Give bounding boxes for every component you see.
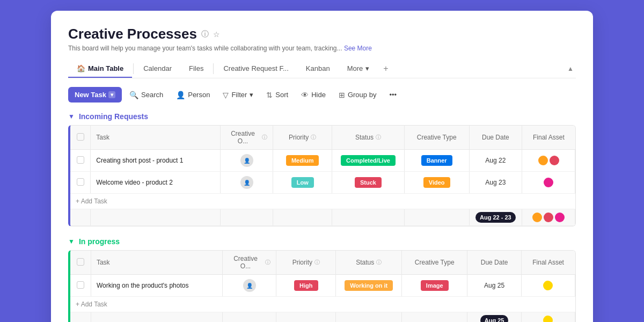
col-priority-info-icon[interactable]: ⓘ bbox=[311, 134, 316, 141]
incoming-add-task-button[interactable]: + Add Task bbox=[70, 194, 575, 209]
row1-task-name[interactable]: Creating short post - product 1 bbox=[91, 150, 220, 172]
incoming-add-task-row: + Add Task bbox=[70, 194, 575, 209]
incoming-table: Task Creative O...ⓘ Priorityⓘ Statusⓘ Cr bbox=[70, 126, 575, 226]
summary-asset-red bbox=[544, 213, 553, 222]
ip-row1-asset-icons bbox=[527, 281, 569, 290]
row1-creative-type: Banner bbox=[404, 150, 469, 172]
ip-col-status: Statusⓘ bbox=[336, 251, 402, 275]
hide-button[interactable]: 👁 Hide bbox=[296, 87, 331, 103]
tab-calendar[interactable]: Calendar bbox=[135, 60, 180, 78]
new-task-button[interactable]: New Task ▾ bbox=[68, 87, 122, 103]
tab-more[interactable]: More ▾ bbox=[339, 60, 378, 78]
incoming-table-header: Task Creative O...ⓘ Priorityⓘ Statusⓘ Cr bbox=[70, 126, 575, 150]
incoming-section-header: ▼ Incoming Requests bbox=[68, 112, 576, 121]
hide-icon: 👁 bbox=[301, 91, 309, 99]
row2-creative-type: Video bbox=[404, 172, 469, 194]
table-row: Welcome video - product 2 👤 Low Stuck Vi… bbox=[70, 172, 575, 194]
inprogress-table-header: Task Creative O...ⓘ Priorityⓘ Statusⓘ Cr bbox=[70, 251, 575, 275]
row1-creative-type-badge[interactable]: Banner bbox=[421, 155, 452, 166]
ip-header-checkbox-box[interactable] bbox=[77, 258, 84, 266]
col-final-asset: Final Asset bbox=[522, 126, 575, 150]
row1-checkbox-cell[interactable] bbox=[70, 150, 91, 172]
tab-creative-request[interactable]: Creative Request F... bbox=[215, 60, 297, 78]
tab-kanban[interactable]: Kanban bbox=[297, 60, 339, 78]
ip-row1-priority: High bbox=[276, 275, 336, 297]
col-status-info-icon[interactable]: ⓘ bbox=[376, 134, 381, 141]
ip-row1-priority-badge[interactable]: High bbox=[294, 280, 318, 291]
filter-button[interactable]: ▽ Filter ▾ bbox=[217, 87, 259, 103]
see-more-link[interactable]: See More bbox=[344, 45, 372, 52]
col-priority: Priorityⓘ bbox=[273, 126, 332, 150]
inprogress-add-task-button[interactable]: + Add Task bbox=[70, 297, 575, 312]
group-icon: ⊞ bbox=[339, 91, 345, 99]
ip-col-status-info-icon[interactable]: ⓘ bbox=[376, 259, 382, 266]
inprogress-section-header: ▼ In progress bbox=[68, 237, 576, 246]
info-icon[interactable]: ⓘ bbox=[201, 30, 209, 39]
table-row: Working on the product's photos 👤 High W… bbox=[70, 275, 575, 297]
sort-button[interactable]: ⇅ Sort bbox=[261, 87, 294, 103]
col-creative-info-icon[interactable]: ⓘ bbox=[262, 134, 267, 141]
new-task-dropdown-arrow[interactable]: ▾ bbox=[108, 91, 115, 98]
ip-col-due-date: Due Date bbox=[467, 251, 521, 275]
summary-asset-pink bbox=[555, 213, 565, 222]
summary-asset-orange bbox=[532, 213, 542, 222]
inprogress-add-task-row: + Add Task bbox=[70, 297, 575, 312]
row2-creative-type-badge[interactable]: Video bbox=[423, 177, 450, 188]
tabs-row: 🏠 Main Table Calendar Files Creative Req… bbox=[68, 60, 576, 78]
filter-icon: ▽ bbox=[223, 91, 229, 99]
ip-asset-dot-yellow bbox=[543, 281, 553, 290]
ip-col-creative-info-icon[interactable]: ⓘ bbox=[265, 259, 270, 266]
ip-summary-asset-yellow bbox=[543, 316, 553, 322]
row2-task-name[interactable]: Welcome video - product 2 bbox=[91, 172, 220, 194]
row1-priority-badge[interactable]: Medium bbox=[286, 155, 319, 166]
header-checkbox-box[interactable] bbox=[77, 133, 84, 141]
star-icon[interactable]: ☆ bbox=[213, 30, 220, 39]
col-creative: Creative O...ⓘ bbox=[220, 126, 273, 150]
inprogress-summary-row: Aug 25 bbox=[70, 312, 575, 323]
incoming-summary-row: Aug 22 - 23 bbox=[70, 209, 575, 226]
ip-col-task: Task bbox=[91, 251, 222, 275]
row2-status-badge[interactable]: Stuck bbox=[355, 177, 382, 188]
incoming-section-toggle[interactable]: ▼ bbox=[68, 113, 75, 120]
tabs-collapse-button[interactable]: ▲ bbox=[565, 63, 576, 75]
search-icon: 🔍 bbox=[129, 91, 138, 99]
asset-dot-pink bbox=[544, 178, 553, 187]
row2-priority-badge[interactable]: Low bbox=[291, 177, 314, 188]
row1-final-asset bbox=[522, 150, 575, 172]
ip-row1-checkbox-cell[interactable] bbox=[70, 275, 91, 297]
tab-files[interactable]: Files bbox=[180, 60, 212, 78]
toolbar: New Task ▾ 🔍 Search 👤 Person ▽ Filter ▾ … bbox=[68, 87, 576, 103]
inprogress-section-toggle[interactable]: ▼ bbox=[68, 238, 75, 245]
col-status: Statusⓘ bbox=[332, 126, 405, 150]
ip-col-creative-type: Creative Type bbox=[401, 251, 467, 275]
row1-due-date: Aug 22 bbox=[469, 150, 522, 172]
tab-divider-1 bbox=[133, 63, 134, 74]
asset-dot-orange bbox=[538, 156, 548, 165]
search-button[interactable]: 🔍 Search bbox=[124, 87, 169, 103]
ip-row1-status-badge[interactable]: Working on it bbox=[345, 280, 393, 291]
inprogress-summary-assets bbox=[521, 312, 575, 323]
section-inprogress: ▼ In progress Task Creative O...ⓘ Pri bbox=[68, 237, 576, 322]
ip-col-priority-info-icon[interactable]: ⓘ bbox=[314, 259, 320, 266]
inprogress-section-title: In progress bbox=[79, 237, 120, 246]
col-task: Task bbox=[91, 126, 220, 150]
person-button[interactable]: 👤 Person bbox=[171, 87, 215, 103]
ip-col-final-asset: Final Asset bbox=[521, 251, 575, 275]
ip-header-checkbox[interactable] bbox=[70, 251, 91, 275]
tab-add-button[interactable]: + bbox=[378, 60, 393, 78]
row2-final-asset bbox=[522, 172, 575, 194]
ip-row1-creative-owner: 👤 bbox=[222, 275, 276, 297]
ip-row1-creative-type-badge[interactable]: Image bbox=[421, 280, 449, 291]
ip-row1-task-name[interactable]: Working on the product's photos bbox=[91, 275, 222, 297]
row2-due-date: Aug 23 bbox=[469, 172, 522, 194]
title-row: Creative Processes ⓘ ☆ bbox=[68, 26, 576, 42]
row1-status-badge[interactable]: Completed/Live bbox=[341, 155, 396, 166]
filter-dropdown-icon: ▾ bbox=[250, 91, 253, 99]
chevron-down-icon: ▾ bbox=[365, 64, 369, 72]
header-checkbox[interactable] bbox=[70, 126, 91, 150]
incoming-summary-date: Aug 22 - 23 bbox=[469, 209, 522, 226]
group-by-button[interactable]: ⊞ Group by bbox=[333, 87, 382, 103]
row2-checkbox-cell[interactable] bbox=[70, 172, 91, 194]
tab-main-table[interactable]: 🏠 Main Table bbox=[68, 60, 132, 78]
more-options-button[interactable]: ••• bbox=[384, 87, 402, 102]
